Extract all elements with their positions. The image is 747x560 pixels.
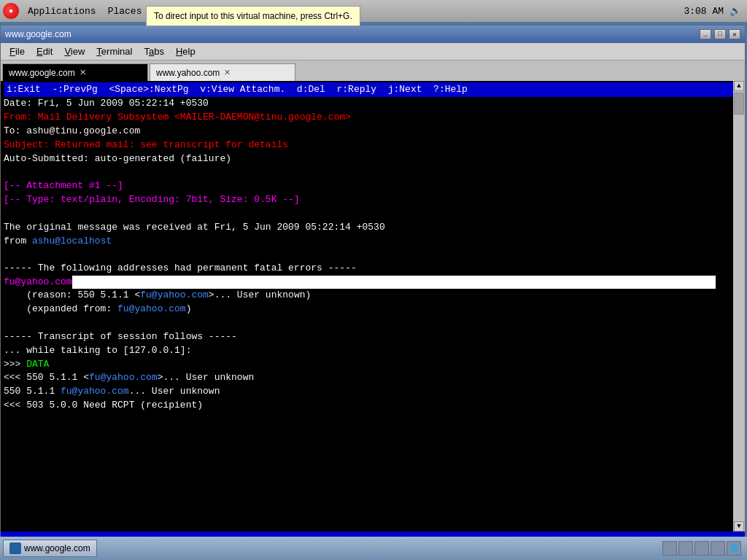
- system-bar: ● Applications Places System 3:08 AM 🔊: [0, 0, 747, 22]
- terminal-title: www.google.com: [5, 29, 71, 39]
- blank-line-2: [4, 207, 742, 221]
- email-original: The original message was received at Fri…: [4, 221, 742, 235]
- email-while: ... while talking to [127.0.0.1]:: [4, 344, 742, 358]
- email-addr: fu@yahoo.com: [4, 276, 72, 289]
- blank-line-1: [4, 166, 742, 179]
- email-attachment1: [-- Attachment #1 --]: [4, 179, 742, 193]
- edit-menu[interactable]: Edit: [31, 44, 58, 58]
- scroll-thumb[interactable]: [734, 93, 744, 114]
- tray-btn-2[interactable]: [678, 541, 693, 556]
- clock: 3:08 AM: [684, 6, 724, 17]
- email-fatal-errors: ----- The following addresses had perman…: [4, 262, 742, 276]
- tray-btn-1[interactable]: [662, 541, 677, 556]
- email-to: To: ashu@tinu.google.com: [4, 125, 742, 139]
- tab-google-close[interactable]: ✕: [80, 68, 86, 77]
- email-addr-line: fu@yahoo.com: [4, 276, 742, 289]
- app-logo: ●: [3, 3, 19, 19]
- tab-bar: www.google.com ✕ www.yahoo.com ✕: [1, 61, 745, 81]
- taskbar-terminal-button[interactable]: www.google.com: [3, 540, 97, 557]
- window-controls: _ □ ✕: [700, 29, 740, 39]
- email-data: >>> DATA: [4, 358, 742, 372]
- terminal-titlebar: www.google.com _ □ ✕: [1, 26, 745, 43]
- places-menu[interactable]: Places: [102, 4, 148, 18]
- terminal-task-icon: [9, 542, 21, 554]
- file-menu[interactable]: File: [4, 44, 31, 58]
- tray-btn-5[interactable]: 🌐: [727, 541, 741, 556]
- applications-menu[interactable]: Applications: [22, 4, 102, 18]
- system-tray: 3:08 AM 🔊: [684, 5, 741, 17]
- blank-line-3: [4, 248, 742, 262]
- email-subject: Subject: Returned mail: see transcript f…: [4, 139, 742, 152]
- maximize-button[interactable]: □: [714, 29, 726, 39]
- email-resp1: <<< 550 5.1.1 <fu@yahoo.com>... User unk…: [4, 371, 742, 385]
- scroll-up[interactable]: ▲: [734, 81, 744, 91]
- minimize-button[interactable]: _: [700, 29, 711, 39]
- email-resp2: 550 5.1.1 fu@yahoo.com... User unknown: [4, 385, 742, 399]
- email-expanded: (expanded from: fu@yahoo.com): [4, 303, 742, 316]
- tab-google[interactable]: www.google.com ✕: [2, 63, 148, 81]
- taskbar-label: www.google.com: [24, 543, 90, 553]
- scroll-down[interactable]: ▼: [734, 521, 744, 532]
- terminal-content[interactable]: i:Exit -:PrevPg <Space>:NextPg v:View At…: [1, 81, 745, 529]
- scrollbar[interactable]: ▲ ▼: [733, 81, 745, 532]
- tray-btn-4[interactable]: [711, 541, 725, 556]
- email-attachment2: [-- Type: text/plain, Encoding: 7bit, Si…: [4, 193, 742, 207]
- email-resp3: <<< 503 5.0.0 Need RCPT (recipient): [4, 399, 742, 413]
- tooltip-text: To direct input to this virtual machine,…: [154, 11, 352, 21]
- tab-yahoo-label: www.yahoo.com: [156, 68, 220, 78]
- close-button[interactable]: ✕: [729, 29, 740, 39]
- help-menu[interactable]: Help: [170, 44, 201, 58]
- addr-highlight: [72, 276, 716, 289]
- tab-yahoo[interactable]: www.yahoo.com ✕: [150, 63, 295, 81]
- volume-icon[interactable]: 🔊: [729, 5, 741, 17]
- taskbar-right: 🌐: [662, 541, 741, 556]
- terminal-window: www.google.com _ □ ✕ File Edit View Term…: [0, 25, 746, 550]
- blank-line-4: [4, 316, 742, 330]
- taskbar: www.google.com 🌐: [0, 537, 747, 560]
- view-menu[interactable]: View: [58, 44, 90, 58]
- menu-bar: File Edit View Terminal Tabs Help: [1, 43, 745, 61]
- email-from: From: Mail Delivery Subsystem <MAILER-DA…: [4, 111, 742, 125]
- tooltip-box: To direct input to this virtual machine,…: [146, 6, 360, 26]
- email-transcript: ----- Transcript of session follows ----…: [4, 330, 742, 344]
- email-reason: (reason: 550 5.1.1 <fu@yahoo.com>... Use…: [4, 289, 742, 303]
- tab-yahoo-close[interactable]: ✕: [224, 68, 231, 77]
- tabs-menu[interactable]: Tabs: [138, 44, 169, 58]
- command-bar: i:Exit -:PrevPg <Space>:NextPg v:View At…: [4, 82, 742, 97]
- email-from2: from ashu@localhost: [4, 235, 742, 249]
- tab-google-label: www.google.com: [9, 68, 75, 78]
- tray-btn-3[interactable]: [694, 541, 709, 556]
- email-auto-submitted: Auto-Submitted: auto-generated (failure): [4, 152, 742, 166]
- terminal-menu[interactable]: Terminal: [90, 44, 138, 58]
- email-date: Date: Fri, 5 Jun 2009 05:22:14 +0530: [4, 97, 742, 111]
